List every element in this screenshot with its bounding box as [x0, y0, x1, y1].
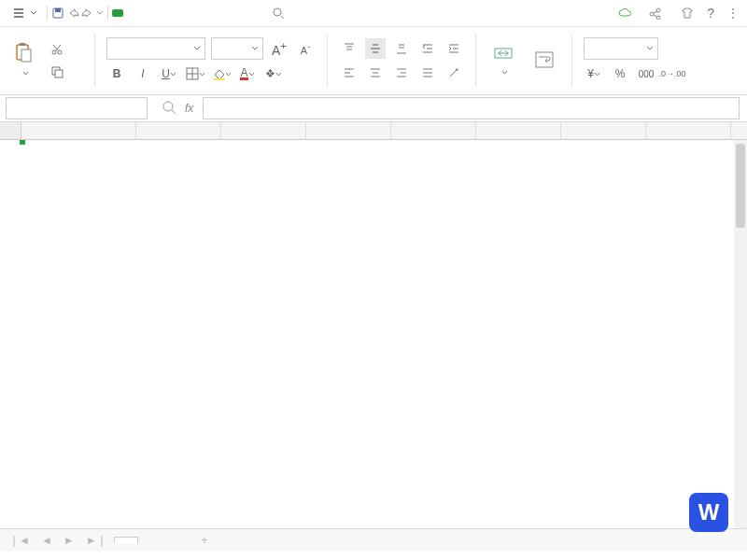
increase-font-button[interactable]: A+: [269, 38, 289, 59]
number-format-select[interactable]: [584, 37, 658, 60]
tab-doc-helper[interactable]: [243, 9, 254, 17]
vertical-scrollbar[interactable]: [734, 140, 747, 528]
wrap-group: [529, 31, 560, 91]
add-sheet-button[interactable]: +: [198, 534, 212, 547]
percent-button[interactable]: %: [610, 63, 630, 84]
formula-input[interactable]: [203, 97, 740, 119]
format-painter-button[interactable]: [76, 77, 83, 81]
save-icon[interactable]: [51, 7, 64, 20]
svg-rect-7: [21, 49, 31, 62]
sheet-nav-last[interactable]: ►❘: [82, 534, 110, 547]
column-headers: [0, 122, 747, 140]
tab-formula[interactable]: [151, 9, 162, 17]
col-header-H[interactable]: [646, 122, 731, 139]
svg-rect-12: [55, 70, 63, 77]
sheet-nav-first[interactable]: ❘◄: [6, 534, 34, 547]
svg-rect-1: [55, 8, 61, 12]
scrollbar-thumb[interactable]: [736, 144, 745, 228]
align-top-button[interactable]: [339, 38, 359, 59]
indent-left-icon: [421, 42, 434, 55]
font-name-select[interactable]: [106, 37, 205, 60]
tab-start[interactable]: [112, 9, 123, 17]
skin-icon[interactable]: [681, 7, 694, 20]
bold-button[interactable]: B: [106, 63, 127, 84]
currency-button[interactable]: ¥: [584, 63, 604, 84]
fill-handle[interactable]: [20, 140, 25, 145]
col-header-B[interactable]: [136, 122, 221, 139]
tab-special[interactable]: [230, 9, 241, 17]
align-right-button[interactable]: [391, 63, 412, 83]
redo-icon[interactable]: [81, 7, 94, 20]
underline-button[interactable]: U: [159, 63, 179, 84]
sheet-tab-2[interactable]: [142, 537, 166, 544]
decrease-indent-button[interactable]: [417, 38, 438, 59]
chevron-down-icon: [275, 71, 282, 77]
merge-group: [487, 31, 519, 91]
zoom-icon[interactable]: [162, 101, 177, 116]
tab-data[interactable]: [164, 9, 176, 17]
share-button[interactable]: [645, 6, 668, 21]
chevron-down-icon: [96, 9, 104, 17]
tab-dev-tools[interactable]: [217, 9, 228, 17]
chevron-down-icon: [30, 9, 37, 17]
reply-icon[interactable]: [66, 7, 79, 20]
justify-button[interactable]: [417, 63, 438, 83]
italic-button[interactable]: I: [133, 63, 153, 84]
fill-color-button[interactable]: [211, 63, 232, 84]
separator: [94, 35, 95, 87]
orientation-button[interactable]: [444, 63, 464, 83]
cut-button[interactable]: [47, 41, 70, 58]
tab-view[interactable]: [190, 9, 202, 17]
sheet-nav-next[interactable]: ►: [60, 534, 78, 547]
sheet-tab-3[interactable]: [170, 537, 194, 544]
col-header-D[interactable]: [306, 122, 391, 139]
select-all-corner[interactable]: [0, 122, 21, 139]
chevron-down-icon: [646, 45, 654, 52]
thousands-button[interactable]: 000: [636, 63, 656, 84]
increase-indent-button[interactable]: [444, 38, 464, 59]
name-box[interactable]: [6, 97, 148, 119]
separator: [571, 35, 572, 87]
fx-buttons: fx: [153, 101, 203, 116]
svg-point-3: [650, 12, 654, 16]
align-left-button[interactable]: [339, 63, 359, 83]
border-button[interactable]: [185, 63, 205, 84]
separator: [107, 6, 108, 21]
help-icon[interactable]: ?: [707, 6, 714, 21]
decrease-font-button[interactable]: A-: [295, 38, 316, 59]
copy-button[interactable]: [47, 63, 70, 80]
col-header-F[interactable]: [476, 122, 561, 139]
align-center-icon: [369, 66, 382, 79]
tab-page-layout[interactable]: [138, 9, 149, 17]
tab-security[interactable]: [204, 9, 215, 17]
col-header-G[interactable]: [561, 122, 646, 139]
wrap-text-button[interactable]: [529, 48, 560, 74]
cloud-icon[interactable]: [617, 6, 632, 21]
align-left-icon: [343, 66, 356, 79]
chevron-down-icon: [248, 71, 255, 77]
copy-icon: [50, 65, 63, 78]
col-header-E[interactable]: [391, 122, 476, 139]
align-bottom-button[interactable]: [391, 38, 412, 59]
phonetic-button[interactable]: ❖: [263, 63, 284, 84]
col-header-A[interactable]: [21, 122, 136, 139]
tab-insert[interactable]: [125, 9, 136, 17]
font-color-button[interactable]: A: [237, 63, 258, 84]
align-center-button[interactable]: [365, 63, 386, 83]
font-size-select[interactable]: [211, 37, 263, 60]
sheet-tab-bar: ❘◄ ◄ ► ►❘ +: [0, 528, 747, 552]
sheet-nav-prev[interactable]: ◄: [37, 534, 56, 547]
align-middle-button[interactable]: [365, 38, 386, 59]
increase-decimal-button[interactable]: .0→.00: [662, 63, 683, 84]
tab-review[interactable]: [177, 9, 189, 17]
paste-button[interactable]: [7, 40, 41, 81]
search-button[interactable]: [269, 6, 291, 21]
fx-icon[interactable]: fx: [185, 102, 193, 115]
more-icon[interactable]: ⋮: [727, 7, 740, 20]
merge-center-button[interactable]: [487, 41, 519, 80]
formula-bar: fx: [0, 95, 747, 122]
orientation-icon: [447, 66, 460, 79]
col-header-C[interactable]: [221, 122, 306, 139]
file-menu[interactable]: [7, 6, 43, 21]
sheet-tab-1[interactable]: [114, 537, 138, 544]
